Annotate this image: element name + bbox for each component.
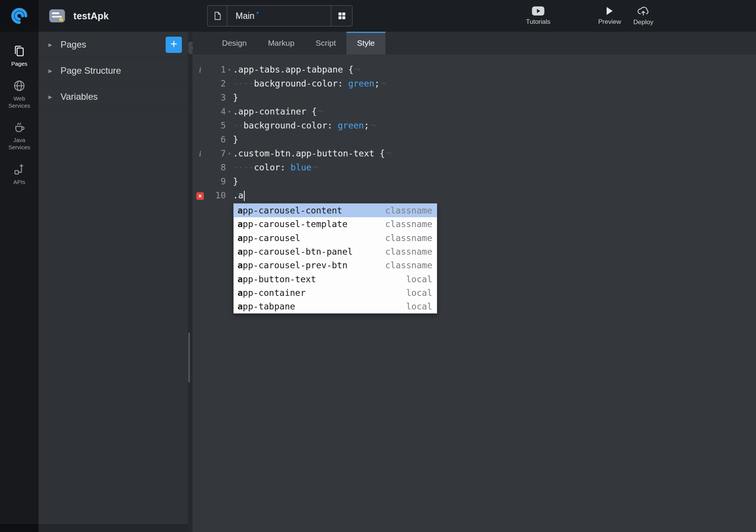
line-number[interactable]: 4 [208, 105, 226, 119]
autocomplete-item[interactable]: app-carousel-templateclassname [234, 217, 437, 231]
rail-label: Web Services [3, 95, 36, 110]
code-text: .app-container {¬ [233, 105, 323, 119]
coffee-cup-icon [13, 121, 25, 133]
autocomplete-item-name: app-carousel-prev-btn [238, 260, 348, 270]
left-rail: Pages Web Services Java Services AP [0, 32, 39, 524]
line-number[interactable]: 3 [208, 91, 226, 105]
code-line[interactable]: 6} [192, 133, 756, 147]
autocomplete-popup: app-carousel-contentclassnameapp-carouse… [233, 203, 437, 314]
code-text: .custom-btn.app-button-text {¬ [233, 147, 391, 161]
sidebar-section-pages[interactable]: ▶ Pages + [39, 32, 188, 58]
youtube-icon [532, 6, 545, 15]
line-number[interactable]: 10 [208, 189, 226, 203]
autocomplete-item[interactable]: app-carousel-prev-btnclassname [234, 258, 437, 272]
pages-icon [13, 45, 25, 57]
tab-style[interactable]: Style [346, 32, 385, 54]
fold-arrow-icon[interactable]: ▾ [226, 147, 233, 161]
code-line[interactable]: 9} [192, 175, 756, 189]
autocomplete-item-name: app-carousel [238, 233, 300, 243]
autocomplete-item[interactable]: app-carousel-contentclassname [234, 204, 437, 217]
tab-markup[interactable]: Markup [257, 32, 305, 54]
sidebar-section-variables[interactable]: ▶ Variables [39, 84, 188, 110]
fold-spacer [226, 133, 233, 147]
chevron-right-icon: ▶ [48, 68, 52, 74]
deploy-button[interactable]: Deploy [627, 0, 659, 32]
code-line[interactable]: ×10.a [192, 189, 756, 203]
info-icon: i [199, 65, 201, 74]
chevron-right-icon: ▶ [48, 94, 52, 100]
code-line[interactable]: i7▾.custom-btn.app-button-text {¬ [192, 147, 756, 161]
code-line[interactable]: 2····background-color: green;¬ [192, 77, 756, 91]
autocomplete-item-name: app-carousel-btn-panel [238, 247, 353, 257]
autocomplete-item[interactable]: app-carouselclassname [234, 231, 437, 245]
scrollbar-thumb[interactable] [188, 332, 190, 382]
gutter-cell [192, 77, 208, 91]
page-selector: Main* [207, 5, 352, 26]
fold-spacer [226, 175, 233, 189]
autocomplete-item[interactable]: app-carousel-btn-panelclassname [234, 245, 437, 258]
rail-item-web-services[interactable]: Web Services [0, 74, 39, 116]
rail-bottom-strip [0, 524, 39, 532]
brand-logo[interactable] [0, 0, 39, 32]
tutorials-button[interactable]: Tutorials [522, 0, 554, 32]
fold-spacer [226, 119, 233, 133]
app-title: testApk [73, 11, 109, 22]
autocomplete-item-kind: local [406, 288, 432, 298]
line-number[interactable]: 5 [208, 119, 226, 133]
deploy-label: Deploy [633, 19, 654, 26]
fold-arrow-icon[interactable]: ▾ [226, 63, 233, 77]
add-page-button[interactable]: + [166, 37, 182, 53]
autocomplete-item[interactable]: app-tabpanelocal [234, 300, 437, 313]
autocomplete-item-kind: classname [385, 219, 432, 229]
fold-spacer [226, 91, 233, 105]
info-icon: i [199, 149, 201, 158]
tab-script[interactable]: Script [305, 32, 346, 54]
code-line[interactable]: 4▾.app-container {¬ [192, 105, 756, 119]
code-text: } [233, 175, 238, 189]
gutter-cell [192, 105, 208, 119]
code-line[interactable]: i1▾.app-tabs.app-tabpane {¬ [192, 63, 756, 77]
current-page-name: Main [236, 11, 255, 21]
preview-button[interactable]: Preview [594, 0, 626, 32]
fold-spacer [226, 189, 233, 203]
pages-grid-icon[interactable] [331, 6, 352, 26]
autocomplete-item-kind: local [406, 302, 432, 311]
code-editor[interactable]: i1▾.app-tabs.app-tabpane {¬2····backgrou… [192, 54, 756, 203]
fold-arrow-icon[interactable]: ▾ [226, 105, 233, 119]
rail-item-java-services[interactable]: Java Services [0, 116, 39, 158]
unsaved-changes-marker: * [256, 11, 259, 18]
autocomplete-item-kind: classname [385, 247, 432, 257]
code-text: ····color: blue¬ [233, 161, 318, 175]
line-number[interactable]: 7 [208, 147, 226, 161]
autocomplete-item-kind: local [406, 274, 432, 284]
app-thumbnail-icon [48, 7, 66, 25]
tab-design[interactable]: Design [211, 32, 257, 54]
gutter-cell [192, 161, 208, 175]
line-number[interactable]: 8 [208, 161, 226, 175]
text-cursor [244, 191, 245, 201]
panel-resizer[interactable] [188, 32, 192, 532]
code-line[interactable]: 8····color: blue¬ [192, 161, 756, 175]
sidebar-section-page-structure[interactable]: ▶ Page Structure [39, 58, 188, 84]
line-number[interactable]: 1 [208, 63, 226, 77]
line-number[interactable]: 6 [208, 133, 226, 147]
sidebar-bottom-strip [39, 524, 188, 532]
autocomplete-item[interactable]: app-button-textlocal [234, 272, 437, 286]
line-number[interactable]: 9 [208, 175, 226, 189]
autocomplete-item-name: app-tabpane [238, 302, 295, 311]
autocomplete-item[interactable]: app-containerlocal [234, 286, 437, 300]
code-text: ····background-color: green;¬ [233, 77, 386, 91]
code-line[interactable]: 3} [192, 91, 756, 105]
gutter-cell: × [192, 189, 208, 203]
fold-spacer [226, 161, 233, 175]
rail-item-pages[interactable]: Pages [0, 39, 39, 74]
code-text: } [233, 91, 238, 105]
code-text: .a [233, 189, 245, 203]
page-file-icon[interactable] [208, 6, 227, 26]
line-number[interactable]: 2 [208, 77, 226, 91]
current-page-dropdown[interactable]: Main* [227, 6, 331, 26]
rail-item-apis[interactable]: APIs [0, 158, 39, 192]
code-lines: i1▾.app-tabs.app-tabpane {¬2····backgrou… [192, 63, 756, 203]
app-info: testApk [48, 0, 109, 32]
code-line[interactable]: 5··background-color: green;¬ [192, 119, 756, 133]
